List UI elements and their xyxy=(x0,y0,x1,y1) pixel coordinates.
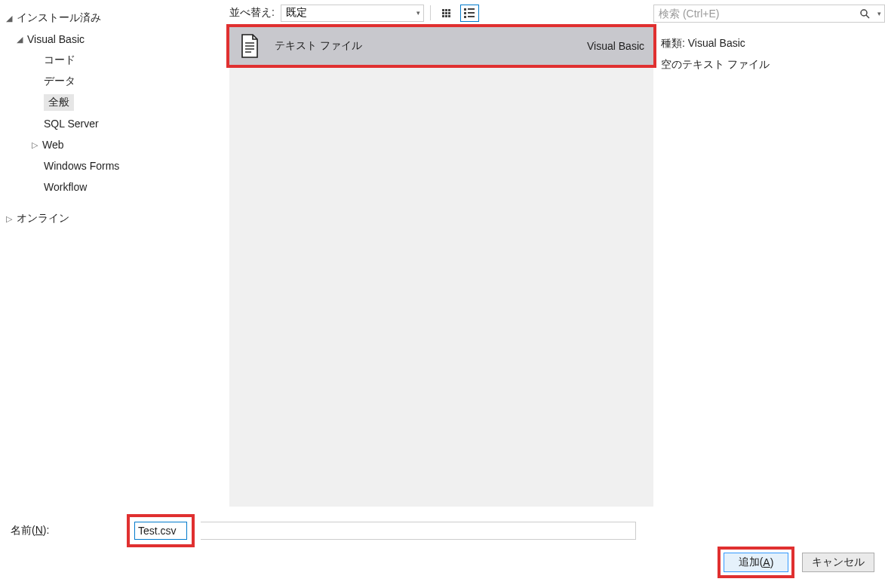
svg-point-4 xyxy=(861,10,867,16)
tree-label: 全般 xyxy=(48,96,69,108)
sort-label: 並べ替え: xyxy=(229,6,275,20)
template-text-file[interactable]: テキスト ファイル Visual Basic xyxy=(229,27,653,65)
template-name: テキスト ファイル xyxy=(275,39,573,53)
template-language: Visual Basic xyxy=(587,40,644,52)
detail-description: 空のテキスト ファイル xyxy=(653,54,885,75)
highlight-box xyxy=(127,514,195,547)
template-list: テキスト ファイル Visual Basic xyxy=(229,26,653,507)
details-panel: ▾ 種類: Visual Basic 空のテキスト ファイル xyxy=(653,0,885,507)
name-input-extended[interactable] xyxy=(201,522,636,540)
separator xyxy=(430,5,431,20)
highlight-box: 追加(A) xyxy=(718,547,794,578)
button-row: 追加(A) キャンセル xyxy=(11,546,874,579)
tree-visual-basic[interactable]: ◢ Visual Basic xyxy=(0,29,229,50)
tree-label: データ xyxy=(44,75,75,88)
sort-value: 既定 xyxy=(286,6,307,20)
name-row: 名前(N): xyxy=(11,516,874,546)
tree-label: Visual Basic xyxy=(27,33,85,45)
document-icon xyxy=(238,32,261,60)
bottom-area: 名前(N): 追加(A) キャンセル xyxy=(0,507,885,588)
tree-data[interactable]: データ xyxy=(0,71,229,92)
tree-windows-forms[interactable]: Windows Forms xyxy=(0,155,229,176)
name-label: 名前(N): xyxy=(11,524,124,537)
collapse-arrow-icon: ▷ xyxy=(32,140,42,150)
expand-arrow-icon: ◢ xyxy=(17,35,27,44)
tree-online[interactable]: ▷ オンライン xyxy=(0,208,229,229)
center-toolbar: 並べ替え: 既定 ▾ xyxy=(229,0,653,26)
sort-combo[interactable]: 既定 ▾ xyxy=(281,5,424,22)
search-input[interactable] xyxy=(654,5,856,22)
type-label: 種類: xyxy=(661,37,685,49)
tree-web[interactable]: ▷ Web xyxy=(0,134,229,155)
tree-installed[interactable]: ◢ インストール済み xyxy=(0,8,229,29)
tree-label: オンライン xyxy=(17,212,69,225)
add-button[interactable]: 追加(A) xyxy=(724,553,788,572)
view-list-button[interactable] xyxy=(460,5,479,22)
type-value: Visual Basic xyxy=(688,37,745,49)
cancel-button[interactable]: キャンセル xyxy=(802,553,874,572)
detail-type: 種類: Visual Basic xyxy=(653,33,885,54)
chevron-down-icon[interactable]: ▾ xyxy=(874,5,884,22)
tree-general[interactable]: 全般 xyxy=(0,92,229,113)
collapse-arrow-icon: ▷ xyxy=(6,214,17,224)
tree-label: Web xyxy=(42,139,64,151)
tree-label: コード xyxy=(44,54,75,67)
tree-label: Windows Forms xyxy=(44,160,119,172)
description-text: 空のテキスト ファイル xyxy=(661,58,770,70)
tree-label: インストール済み xyxy=(17,11,101,25)
tree-label: Workflow xyxy=(44,181,87,193)
tree-sql-server[interactable]: SQL Server xyxy=(0,113,229,134)
svg-line-5 xyxy=(866,15,869,18)
expand-arrow-icon: ◢ xyxy=(6,14,17,23)
search-icon[interactable] xyxy=(856,5,874,22)
tree-code[interactable]: コード xyxy=(0,50,229,71)
name-input[interactable] xyxy=(134,522,187,540)
highlight-box: テキスト ファイル Visual Basic xyxy=(226,24,656,68)
category-tree: ◢ インストール済み ◢ Visual Basic コード データ 全般 SQL… xyxy=(0,0,229,507)
search-box[interactable]: ▾ xyxy=(653,5,885,23)
tree-label: SQL Server xyxy=(44,118,99,130)
tree-workflow[interactable]: Workflow xyxy=(0,176,229,198)
grid-icon xyxy=(442,9,450,17)
chevron-down-icon: ▾ xyxy=(416,9,420,17)
list-icon xyxy=(464,8,475,18)
view-grid-button[interactable] xyxy=(437,5,456,22)
